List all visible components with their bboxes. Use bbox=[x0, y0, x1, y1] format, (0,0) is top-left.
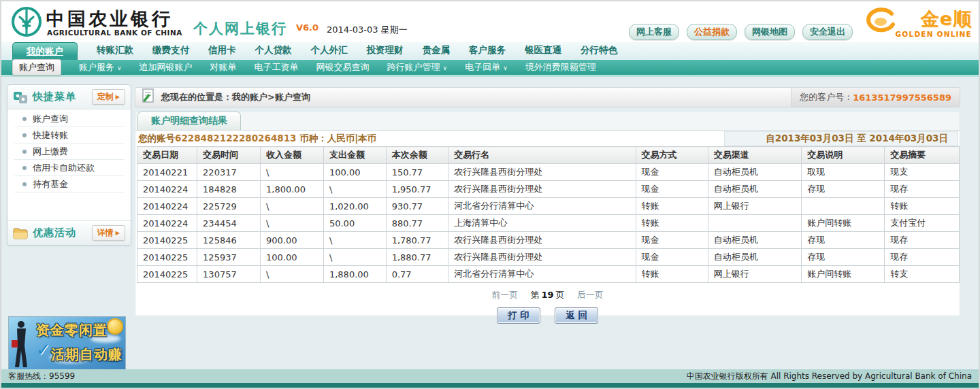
copyright-cn: 中国农业银行版权所有 bbox=[687, 371, 768, 381]
bullet-icon bbox=[22, 182, 27, 186]
table-cell: 1,880.77 bbox=[386, 249, 448, 266]
table-header-row: 交易日期交易时间收入金额支出金额本次余额交易行名交易方式交易渠道交易说明交易摘要 bbox=[137, 147, 960, 164]
subnav-item-2[interactable]: 追加网银账户 bbox=[140, 61, 193, 73]
table-cell: 转支 bbox=[885, 266, 960, 283]
sidebar-item-2[interactable]: 网上缴费 bbox=[14, 143, 124, 160]
page-prefix: 第 bbox=[530, 290, 539, 300]
table-cell: 农行兴隆县西街分理处 bbox=[448, 232, 636, 249]
current-page: 第19页 bbox=[530, 290, 564, 300]
arrow-right-icon: ▶ bbox=[116, 94, 120, 100]
sidebar-item-label: 网上缴费 bbox=[33, 146, 68, 158]
nav-tab-3[interactable]: 信用卡 bbox=[208, 44, 236, 56]
nav-tab-2[interactable]: 缴费支付 bbox=[152, 44, 189, 56]
sidebar-item-4[interactable]: 持有基金 bbox=[14, 176, 124, 192]
results-tab[interactable]: 账户明细查询结果 bbox=[137, 112, 241, 130]
sidebar: 快捷菜单 定制 ▶ 账户查询快捷转账网上缴费信用卡自助还款持有基金 优惠活动 详… bbox=[7, 84, 131, 246]
next-page-link[interactable]: 后一页 bbox=[577, 290, 604, 300]
table-header-cell: 交易时间 bbox=[197, 147, 261, 164]
table-cell: 支付宝付 bbox=[885, 215, 960, 232]
table-cell: 现支 bbox=[885, 164, 960, 181]
currency-label: 币种： bbox=[296, 133, 327, 143]
table-cell: 125846 bbox=[197, 232, 261, 249]
table-cell: 20140225 bbox=[137, 249, 197, 266]
table-cell: 存现 bbox=[802, 232, 885, 249]
account-label: 您的账号 bbox=[138, 133, 175, 143]
table-cell: 880.77 bbox=[386, 215, 448, 232]
ad-person-icon bbox=[11, 320, 34, 369]
abc-logo-icon bbox=[11, 6, 42, 40]
details-button[interactable]: 详情 ▶ bbox=[92, 225, 125, 241]
subnav-item-5[interactable]: 网银交易查询 bbox=[316, 61, 370, 73]
table-header-cell: 收入金额 bbox=[261, 147, 324, 164]
sidebar-item-0[interactable]: 账户查询 bbox=[14, 111, 124, 127]
table-cell bbox=[802, 198, 885, 215]
ad-checkmark-icon: ✓ bbox=[36, 339, 51, 360]
chevron-down-icon: ∨ bbox=[503, 65, 508, 71]
account-info-bar: 您的账号6228482122280264813 币种：人民币|本币 自2013年… bbox=[135, 131, 960, 146]
sidebar-item-label: 快捷转账 bbox=[33, 129, 68, 141]
arrow-right-icon: ▶ bbox=[116, 230, 120, 236]
sidebar-item-1[interactable]: 快捷转账 bbox=[14, 127, 124, 143]
table-cell: 河北省分行清算中心 bbox=[448, 198, 636, 215]
version-label: V6.0 bbox=[296, 22, 318, 33]
date-range: 自2013年03月03日 至 2014年03月03日 bbox=[724, 131, 958, 146]
table-cell: 1,950.77 bbox=[386, 181, 448, 198]
header-button-0[interactable]: 网上客服 bbox=[629, 24, 679, 40]
table-cell: 1,880.00 bbox=[323, 266, 386, 283]
promo-header: 优惠活动 详情 ▶ bbox=[7, 220, 131, 245]
table-cell: 0.77 bbox=[386, 266, 448, 283]
nav-tab-4[interactable]: 个人贷款 bbox=[255, 44, 292, 56]
breadcrumb-bar: 您现在的位置是：我的账户>账户查询 您的客户号： 161351799755658… bbox=[135, 87, 960, 107]
subnav-item-8[interactable]: 境外消费限额管理 bbox=[525, 61, 596, 73]
table-cell: 自动柜员机 bbox=[708, 164, 802, 181]
table-cell: 1,800.00 bbox=[261, 181, 324, 198]
client-number-label: 您的客户号： bbox=[800, 91, 853, 103]
nav-tab-9[interactable]: 银医直通 bbox=[525, 44, 561, 56]
quick-menu-title: 快捷菜单 bbox=[33, 90, 76, 103]
customize-button[interactable]: 定制 ▶ bbox=[92, 89, 125, 105]
header-button-2[interactable]: 网银地图 bbox=[745, 24, 795, 40]
page: 中国农业银行 AGRICULTURAL BANK OF CHINA 个人网上银行… bbox=[0, 0, 980, 389]
promo-title: 优惠活动 bbox=[33, 226, 76, 239]
subnav-item-6[interactable]: 跨行账户管理∨ bbox=[387, 61, 448, 73]
chevron-down-icon: ∨ bbox=[117, 65, 122, 71]
header: 中国农业银行 AGRICULTURAL BANK OF CHINA 个人网上银行… bbox=[1, 1, 979, 42]
table-cell: 转账 bbox=[885, 198, 960, 215]
results-tab-strip: 账户明细查询结果 bbox=[135, 112, 960, 131]
table-cell: 1,780.77 bbox=[386, 232, 448, 249]
nav-tab-7[interactable]: 贵金属 bbox=[423, 44, 451, 56]
table-cell: 农行兴隆县西街分理处 bbox=[448, 164, 636, 181]
table-cell: 现金 bbox=[636, 232, 708, 249]
subnav-item-3[interactable]: 对账单 bbox=[210, 61, 237, 73]
golden-logo-subtext: GOLDEN ONLINE bbox=[896, 30, 972, 38]
subnav-item-1[interactable]: 账户服务∨ bbox=[79, 61, 122, 73]
prev-page-link[interactable]: 前一页 bbox=[491, 290, 518, 300]
table-header-cell: 交易行名 bbox=[448, 147, 636, 164]
header-button-1[interactable]: 公益捐款 bbox=[687, 24, 737, 40]
nav-tab-1[interactable]: 转账汇款 bbox=[97, 44, 133, 56]
nav-tab-8[interactable]: 客户服务 bbox=[469, 44, 506, 56]
subnav-item-0[interactable]: 账户查询 bbox=[12, 59, 61, 75]
subnav-item-7[interactable]: 电子回单∨ bbox=[465, 61, 508, 73]
ad-banner[interactable]: 资金零闲置 ✓ 活期自动赚 bbox=[8, 316, 126, 370]
nav-tab-10[interactable]: 分行特色 bbox=[581, 44, 617, 56]
pagination: 前一页 第19页 后一页 bbox=[135, 289, 960, 301]
header-button-3[interactable]: 安全退出 bbox=[802, 24, 853, 40]
sidebar-item-3[interactable]: 信用卡自助还款 bbox=[14, 160, 124, 176]
table-cell: 225729 bbox=[197, 198, 261, 215]
header-date: 2014-03-03 星期一 bbox=[327, 24, 408, 36]
hotline-number: 95599 bbox=[49, 371, 75, 381]
back-button[interactable]: 返 回 bbox=[555, 307, 598, 324]
table-cell: 100.00 bbox=[323, 164, 386, 181]
table-cell: 125937 bbox=[197, 249, 261, 266]
location-document-icon bbox=[141, 88, 156, 106]
subnav-item-4[interactable]: 电子工资单 bbox=[255, 61, 299, 73]
nav-tab-6[interactable]: 投资理财 bbox=[367, 44, 404, 56]
nav-tab-0[interactable]: 我的账户 bbox=[12, 42, 78, 60]
transaction-row: 20140225125937100.00\1,880.77农行兴隆县西街分理处现… bbox=[137, 249, 960, 266]
print-button[interactable]: 打 印 bbox=[497, 307, 540, 324]
table-header-cell: 本次余额 bbox=[386, 147, 448, 164]
bullet-icon bbox=[22, 166, 27, 170]
nav-tab-5[interactable]: 个人外汇 bbox=[311, 44, 348, 56]
footer: 客服热线：95599 中国农业银行版权所有 All Rights Reserve… bbox=[1, 369, 979, 383]
